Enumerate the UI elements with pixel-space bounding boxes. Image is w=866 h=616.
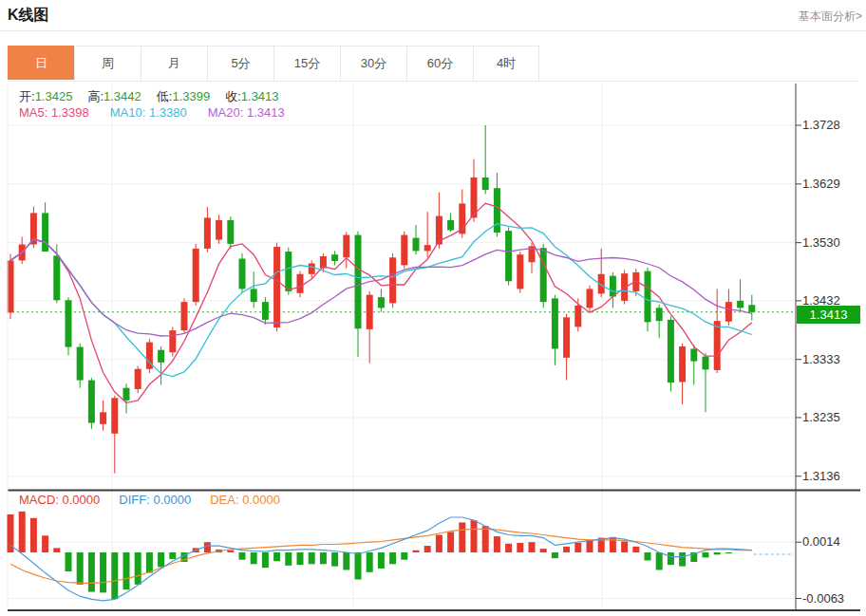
- macd-bar: [331, 552, 338, 567]
- candle: [100, 412, 106, 423]
- macd-bar: [42, 535, 48, 552]
- macd-bar: [367, 552, 373, 572]
- ma20-line: [10, 239, 752, 336]
- candle: [88, 381, 95, 423]
- low-value: 1.3399: [172, 89, 210, 103]
- high-label: 高:: [87, 89, 104, 103]
- macd-bar: [621, 541, 628, 552]
- candle: [714, 321, 721, 370]
- y-axis-label: 1.3629: [802, 177, 861, 191]
- candle: [66, 300, 72, 346]
- open-value: 1.3425: [35, 89, 73, 103]
- macd-bar: [424, 546, 431, 552]
- close-value: 1.3413: [241, 89, 279, 103]
- macd-bar: [146, 552, 153, 573]
- candle: [227, 220, 234, 244]
- macd-bar: [123, 552, 130, 589]
- ma10-legend: MA10: 1.3380: [110, 105, 187, 120]
- macd-bar: [251, 552, 257, 564]
- ma5-value: 1.3398: [51, 105, 89, 120]
- low-label: 低:: [157, 89, 173, 103]
- candle: [262, 302, 269, 320]
- macd-bar: [563, 547, 570, 552]
- macd-bar: [262, 552, 269, 568]
- ma5-legend: MA5: 1.3398: [19, 105, 89, 120]
- macd-bar: [656, 552, 663, 569]
- candle: [158, 350, 164, 363]
- y-axis-label: 1.3136: [802, 469, 861, 483]
- candle: [668, 320, 674, 383]
- dea-label: DEA:: [210, 493, 238, 507]
- macd-bar: [645, 552, 651, 560]
- candle: [552, 298, 558, 348]
- macd-bar: [100, 552, 106, 592]
- macd-bar: [297, 552, 304, 565]
- candle: [309, 264, 315, 274]
- candle: [737, 301, 744, 308]
- macd-bar: [447, 532, 454, 552]
- candle: [645, 271, 651, 323]
- macd-bar: [355, 552, 362, 579]
- candle: [610, 276, 616, 297]
- candle: [204, 217, 211, 248]
- ohlc-open: 开:1.3425: [19, 89, 72, 103]
- candle: [563, 317, 570, 357]
- candle: [135, 369, 141, 389]
- diff-value: 0.0000: [153, 493, 191, 507]
- macd-bar: [30, 518, 37, 552]
- macd-bar: [505, 544, 512, 552]
- candle: [53, 255, 60, 300]
- candle: [540, 248, 547, 302]
- macd-bar: [111, 552, 118, 599]
- candle: [181, 302, 188, 330]
- ohlc-row: 开:1.3425高:1.3442低:1.3399收:1.3413: [19, 88, 294, 105]
- candle: [239, 259, 246, 289]
- candle: [389, 257, 396, 303]
- candle: [679, 346, 686, 382]
- candle: [378, 297, 385, 308]
- macd-bar: [587, 540, 593, 552]
- ma20-value: 1.3413: [247, 105, 285, 120]
- candle: [748, 305, 755, 311]
- macd-value: 0.0000: [63, 493, 101, 507]
- candle: [285, 252, 292, 291]
- macd-bar: [725, 552, 732, 553]
- macd-bar: [413, 551, 420, 552]
- dea-legend: DEA: 0.0000: [210, 493, 280, 507]
- candle: [367, 295, 373, 329]
- macd-bar: [285, 552, 292, 566]
- candle: [703, 357, 709, 370]
- dea-value: 0.0000: [242, 493, 280, 507]
- macd-bar: [227, 551, 234, 552]
- macd-legend-row: MACD: 0.0000DIFF: 0.0000DEA: 0.0000: [19, 493, 299, 507]
- macd-axis-label: -0.0063: [802, 591, 861, 606]
- candle: [505, 231, 512, 281]
- candle: [587, 289, 593, 308]
- y-axis-label: 1.3728: [802, 118, 861, 132]
- macd-bar: [552, 552, 558, 558]
- candle: [656, 308, 663, 321]
- macd-axis-label: 0.0014: [802, 534, 861, 549]
- candle: [273, 247, 280, 327]
- macd-bar: [482, 526, 489, 552]
- candle: [297, 274, 304, 293]
- macd-bar: [19, 512, 26, 552]
- candle: [424, 245, 431, 251]
- ma5-label: MA5:: [19, 105, 47, 120]
- high-value: 1.3442: [104, 89, 141, 103]
- macd-bar: [471, 520, 478, 552]
- macd-bar: [77, 552, 84, 585]
- macd-bar: [401, 552, 407, 560]
- ma10-value: 1.3380: [149, 105, 187, 120]
- macd-bar: [378, 552, 385, 569]
- macd-bar: [239, 552, 246, 560]
- macd-bar: [529, 542, 536, 552]
- open-label: 开:: [19, 89, 35, 103]
- candle: [413, 238, 420, 252]
- candle: [216, 220, 222, 240]
- macd-legend: MACD: 0.0000: [19, 493, 100, 507]
- candle: [251, 289, 257, 302]
- macd-bar: [343, 552, 349, 569]
- y-axis-label: 1.3530: [802, 235, 861, 250]
- macd-bar: [574, 543, 581, 552]
